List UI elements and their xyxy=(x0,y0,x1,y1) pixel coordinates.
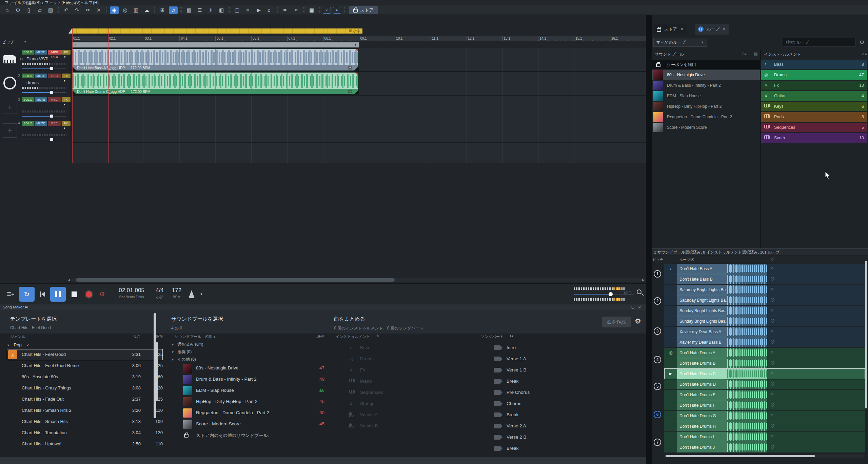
loop-list-hscroll-thumb[interactable] xyxy=(666,455,815,457)
settings-button[interactable]: ⚙ xyxy=(14,6,22,14)
volume-knob[interactable] xyxy=(50,67,53,70)
pool-row[interactable]: EDM - Slap House ±0 xyxy=(171,385,327,396)
playhead[interactable] xyxy=(108,28,109,163)
song-part-row[interactable]: Verse 1 A xyxy=(481,354,593,365)
loop-row[interactable]: Saturday Bright Lights Ba... ♡ xyxy=(652,285,868,295)
loop-list-hscrollbar[interactable] xyxy=(664,455,865,458)
track-lane[interactable] xyxy=(72,143,646,163)
pool-name-column-header[interactable]: サウンドプール - 名前 ▼ xyxy=(175,334,216,339)
song-part-row[interactable]: Break xyxy=(481,376,593,387)
song-section-bar[interactable]: a ▼ xyxy=(72,42,359,47)
loop-row[interactable]: Sunday Bright Lights Bas... ♡ xyxy=(652,316,868,326)
favorite-heart-icon[interactable]: ♡ xyxy=(771,361,775,366)
toolbar-separator[interactable] xyxy=(228,7,231,13)
audio-clip[interactable]: Don't Hate Drums C_ogg.HDP 172.00 BPM ▼ xyxy=(72,72,359,95)
cut-button[interactable]: ✂ xyxy=(83,6,92,14)
loop-row-extension[interactable]: ♡ xyxy=(767,379,865,389)
toolbar-separator[interactable] xyxy=(180,7,182,13)
loop-row[interactable]: Don't Hate Drums C ♡ xyxy=(652,369,868,379)
audio-record-button[interactable]: ◉ xyxy=(110,6,119,14)
loop-waveform[interactable] xyxy=(727,421,767,431)
position-display[interactable]: 02.01.005 Bar.Beats.Ticks xyxy=(112,287,151,299)
tab-close-icon[interactable]: ✕ xyxy=(680,27,683,32)
master-volume-knob[interactable] xyxy=(609,292,613,296)
song-part-row[interactable]: Break xyxy=(481,409,593,421)
automation-button[interactable]: ≈ xyxy=(292,6,300,14)
song-part-row[interactable]: Chorus xyxy=(481,398,593,409)
song-part-row[interactable]: Pre Chorus xyxy=(481,387,593,398)
clip-corner-handle[interactable] xyxy=(72,66,76,70)
solo-button[interactable]: SOLO xyxy=(22,121,34,126)
loop-row[interactable]: Xavier my Dear Bass B ♡ xyxy=(652,337,868,347)
pool-row[interactable]: Drum & Bass - Infinity - Part 2 +49 xyxy=(171,374,327,385)
pitch-number-badge[interactable]: 5 xyxy=(654,383,661,390)
loop-row-extension[interactable]: ♡ xyxy=(767,369,865,379)
loop-waveform[interactable] xyxy=(727,264,767,274)
track-volume-slider[interactable] xyxy=(22,138,66,141)
favorite-column-header[interactable]: ♡ xyxy=(771,257,775,262)
track-instrument-icon[interactable] xyxy=(3,123,17,138)
favorite-heart-icon[interactable]: ♡ xyxy=(771,424,775,429)
loop-waveform[interactable] xyxy=(727,337,767,347)
favorite-heart-icon[interactable]: ♡ xyxy=(771,266,775,271)
solo-button[interactable]: SOLO xyxy=(22,74,34,78)
clip-variant-dropdown[interactable]: ▼ xyxy=(348,90,352,93)
loop-row-extension[interactable]: ♡ xyxy=(767,442,865,452)
volume-knob[interactable] xyxy=(50,115,53,118)
record-arm-button[interactable]: REC xyxy=(48,121,61,126)
arranger-select-button[interactable]: ✓ xyxy=(323,7,331,14)
select-all-icon[interactable]: ✓≡ xyxy=(862,52,867,56)
pool-row[interactable]: Score - Modern Score -45 xyxy=(171,419,327,430)
instrument-row[interactable]: Guitar 4 xyxy=(761,91,867,101)
toolbar-separator[interactable] xyxy=(276,7,279,13)
metronome-button[interactable] xyxy=(186,287,197,302)
loop-row-extension[interactable]: ♡ xyxy=(767,327,865,337)
loop-row-extension[interactable]: ♡ xyxy=(767,306,865,316)
instrument-row[interactable]: Pads 8 xyxy=(761,112,867,122)
menu-item[interactable]: ヘルプ(H) xyxy=(80,0,99,5)
soundpool-list-scrollbar[interactable] xyxy=(154,313,156,418)
track-name[interactable]: Piano VSTi xyxy=(26,56,48,61)
soundpool-row[interactable]: Drum & Bass - Infinity - Part 2 xyxy=(652,81,760,90)
track-header[interactable]: 4 SOLO MUTE REC FX ▾ xyxy=(0,119,71,142)
favorite-heart-icon[interactable]: ♡ xyxy=(771,287,775,292)
pitch-number-badge[interactable]: 7 xyxy=(654,439,661,446)
record-arm-button[interactable]: REC xyxy=(48,97,61,102)
store-button[interactable]: ストア xyxy=(349,6,378,14)
song-maker-titlebar[interactable]: Song Maker AI ❏ ✕ xyxy=(0,304,646,310)
pool-group-row[interactable]: ▼ 選択済み (0/4) xyxy=(171,340,327,348)
mixer-button[interactable]: ☰ xyxy=(195,6,204,14)
pitch-number-badge[interactable]: 2 xyxy=(654,297,661,305)
track-header[interactable]: 3 SOLO MUTE REC FX ▾ xyxy=(0,96,71,119)
solo-button[interactable]: SOLO xyxy=(22,97,34,102)
pool-row[interactable]: 80s - Nostalgia Drive +47 xyxy=(171,363,327,374)
instrument-row[interactable]: Bass 8 xyxy=(761,60,867,69)
genre-group-pop[interactable]: ▼ Pop ✓ xyxy=(7,340,163,349)
loop-waveform[interactable] xyxy=(727,411,767,421)
song-part-row[interactable]: Intro xyxy=(481,342,593,354)
pool-row[interactable]: Reggaeton - Dame Candela - Part 2 -30 xyxy=(171,407,327,419)
panel-splitter[interactable] xyxy=(646,15,652,464)
clip-resize-handle[interactable] xyxy=(354,66,358,70)
toolbar-separator[interactable] xyxy=(57,7,60,13)
pool-group-row[interactable]: ▼ その他 (6) xyxy=(171,355,327,363)
toolbar-separator[interactable] xyxy=(302,7,305,13)
volume-knob[interactable] xyxy=(50,138,53,141)
track-volume-slider[interactable] xyxy=(22,115,66,118)
fullscreen-button[interactable]: ▣ xyxy=(307,6,316,14)
song-part-row[interactable]: Verse 1 B xyxy=(481,365,593,376)
favorite-heart-icon[interactable]: ♡ xyxy=(771,382,775,387)
loop-row[interactable]: Don't Hate Drums H ♡ xyxy=(652,421,868,431)
toolbar-separator[interactable] xyxy=(343,7,346,13)
loop-row[interactable]: Don't Hate Drums J ♡ xyxy=(652,442,868,452)
track-instrument-icon[interactable] xyxy=(3,100,17,114)
loop-waveform[interactable] xyxy=(727,295,767,305)
loop-row[interactable]: Don't Hate Bass A ♡ xyxy=(652,264,868,274)
loop-waveform[interactable] xyxy=(727,379,767,389)
mute-button[interactable]: MUTE xyxy=(35,74,47,78)
menu-item[interactable]: ファイル(D) xyxy=(5,0,27,5)
volume-knob[interactable] xyxy=(50,91,53,94)
melody-button[interactable]: ♫ xyxy=(169,6,178,14)
song-part-row[interactable]: Verse 2 A xyxy=(481,421,593,432)
scroll-right-arrow[interactable]: ▶ xyxy=(642,278,644,282)
